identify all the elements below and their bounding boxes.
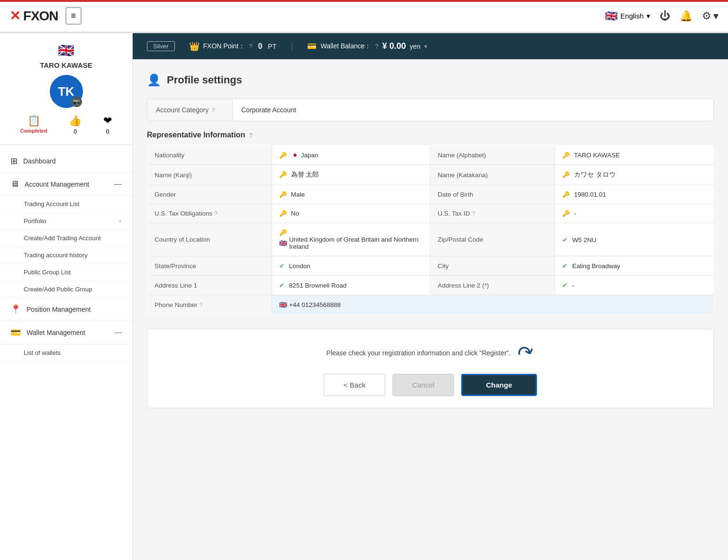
main-layout: 🇬🇧 TARO KAWASE TK 📷 📋 Completed 👍 0 ❤ 0 (0, 33, 728, 560)
account-category-help-icon[interactable]: ? (211, 107, 215, 114)
city-label: City (430, 256, 555, 276)
heart-icon: ❤ (103, 115, 112, 127)
table-row: Phone Number ? 🇬🇧 +44 01234568888 (147, 295, 714, 315)
logo-text: FXON (23, 9, 58, 23)
notifications-button[interactable]: 🔔 (680, 10, 692, 22)
us-tax-help-icon[interactable]: ? (214, 210, 218, 217)
page-title: Profile settings (167, 74, 242, 86)
state-value: ✔ London (272, 256, 430, 276)
gb-flag-icon: 🇬🇧 (279, 239, 287, 247)
cancel-button[interactable]: Cancel (392, 374, 454, 396)
sidebar-item-account-management[interactable]: 🖥 Account Management — (0, 173, 132, 196)
gender-value: 🔑 Male (272, 185, 430, 204)
gender-label: Gender (147, 185, 272, 204)
representative-info-header: Representative Information ? (147, 131, 714, 139)
main-content: Silver 👑 FXON Point： ? 0 PT | 💳 Wallet B… (133, 33, 728, 560)
nationality-value: 🔑 🇯🇵 Japan (272, 145, 430, 165)
account-management-subnav: Trading Account List Portfolio + Create/… (0, 196, 132, 298)
sidebar-item-portfolio[interactable]: Portfolio + (0, 213, 132, 230)
wallet-balance-label: Wallet Balance： (320, 42, 371, 51)
table-row: Name (Kanji) 🔑 為替 太郎 Name (Katakana) 🔑 カ… (147, 165, 714, 185)
sidebar-profile: 🇬🇧 TARO KAWASE TK 📷 📋 Completed 👍 0 ❤ 0 (0, 33, 132, 145)
wallet-unit: yen (410, 43, 421, 50)
country-value: 🔑 🇬🇧 United Kingdom of Great Britain and… (272, 223, 430, 256)
crown-icon: 👑 (189, 41, 200, 52)
table-row: State/Province ✔ London City ✔ Ealing Br… (147, 256, 714, 276)
state-label: State/Province (147, 256, 272, 276)
uk-flag-icon: 🇬🇧 (605, 10, 618, 22)
us-tax-obligations-value: 🔑 No (272, 204, 430, 223)
language-selector[interactable]: 🇬🇧 English ▾ (605, 10, 650, 22)
arrow-icon: ↷ (514, 339, 538, 366)
wallet-help-icon[interactable]: ? (375, 43, 378, 50)
power-icon: ⏻ (660, 10, 670, 22)
sidebar-item-dashboard[interactable]: ⊞ Dashboard (0, 150, 132, 173)
wallet-chevron-icon[interactable]: ▾ (424, 43, 427, 50)
sidebar-item-position-management[interactable]: 📍 Position Management (0, 298, 132, 321)
table-row: Nationality 🔑 🇯🇵 Japan Name (Alphabet) 🔑… (147, 145, 714, 165)
sidebar-item-public-group-list[interactable]: Public Group List (0, 264, 132, 281)
zip-value: ✔ W5 2NU (555, 223, 714, 256)
sidebar-item-label: Account Management (25, 181, 89, 188)
collapse-icon: — (114, 328, 122, 337)
fxon-point-value: 0 (258, 42, 262, 51)
fxon-point-unit: PT (268, 43, 276, 50)
check-icon: ✔ (279, 281, 285, 289)
sidebar-item-create-trading-account[interactable]: Create/Add Trading Account (0, 230, 132, 247)
position-icon: 📍 (10, 304, 21, 315)
key-icon: 🔑 (279, 171, 287, 178)
settings-button[interactable]: ⚙ ▾ (702, 10, 719, 22)
profile-flag-icon: 🇬🇧 (9, 43, 123, 58)
phone-label: Phone Number ? (147, 295, 272, 315)
profile-data-table: Nationality 🔑 🇯🇵 Japan Name (Alphabet) 🔑… (147, 145, 714, 315)
avatar-camera-icon[interactable]: 📷 (72, 97, 82, 107)
sidebar-item-trading-account-list[interactable]: Trading Account List (0, 196, 132, 213)
back-button[interactable]: < Back (324, 374, 385, 396)
logo: ✕ FXON (9, 8, 58, 24)
check-icon: ✔ (279, 262, 285, 270)
key-icon: 🔑 (279, 191, 287, 198)
avatar: TK 📷 (50, 75, 83, 108)
key-icon: 🔑 (279, 210, 287, 217)
language-label: English (620, 12, 644, 20)
table-row: Gender 🔑 Male Date of Birth 🔑 1980.01.01 (147, 185, 714, 204)
city-value: ✔ Ealing Broadway (555, 256, 714, 276)
name-alphabet-label: Name (Alphabet) (430, 145, 555, 165)
sub-header: Silver 👑 FXON Point： ? 0 PT | 💳 Wallet B… (133, 33, 728, 59)
sidebar-item-wallet-management[interactable]: 💳 Wallet Management — (0, 321, 132, 344)
bottom-section: Please check your registration informati… (147, 329, 714, 408)
country-label: Country of Location (147, 223, 272, 256)
dob-value: 🔑 1980.01.01 (555, 185, 714, 204)
address2-value: ✔ - (555, 276, 714, 295)
fxon-point-help-icon[interactable]: ? (249, 43, 252, 50)
nationality-label: Nationality (147, 145, 272, 165)
rep-info-help-icon[interactable]: ? (249, 132, 253, 139)
power-button[interactable]: ⏻ (660, 10, 670, 22)
key-icon: 🔑 (562, 152, 570, 159)
profile-username: TARO KAWASE (9, 61, 123, 69)
bell-icon: 🔔 (680, 10, 692, 22)
sidebar-item-label: Dashboard (23, 157, 56, 165)
gb-flag-phone-icon: 🇬🇧 (279, 301, 287, 308)
check-icon: ✔ (562, 281, 568, 289)
hamburger-button[interactable]: ≡ (65, 7, 82, 25)
chevron-down-icon: ▾ (713, 10, 719, 22)
dob-label: Date of Birth (430, 185, 555, 204)
sidebar-item-create-public-group[interactable]: Create/Add Public Group (0, 281, 132, 298)
phone-help-icon[interactable]: ? (200, 301, 203, 308)
top-nav-right: 🇬🇧 English ▾ ⏻ 🔔 ⚙ ▾ (605, 10, 719, 22)
button-row: < Back Cancel Change (162, 374, 699, 396)
key-icon: 🔑 (562, 191, 570, 198)
dashboard-icon: ⊞ (10, 156, 18, 166)
key-icon: 🔑 (562, 171, 570, 178)
change-button[interactable]: Change (461, 374, 537, 396)
us-tax-id-value: 🔑 - (555, 204, 714, 223)
us-tax-id-help-icon[interactable]: ? (472, 210, 475, 217)
sidebar-item-list-of-wallets[interactable]: List of wallets (0, 344, 132, 361)
sidebar-item-label: Position Management (27, 306, 91, 313)
fxon-point-section: 👑 FXON Point： ? 0 PT (189, 41, 277, 52)
sidebar-item-trading-account-history[interactable]: Trading account history (0, 247, 132, 264)
us-tax-id-label: U.S. Tax ID ? (430, 204, 555, 223)
phone-value: 🇬🇧 +44 01234568888 (272, 295, 713, 315)
profile-icon: 👤 (147, 73, 161, 87)
